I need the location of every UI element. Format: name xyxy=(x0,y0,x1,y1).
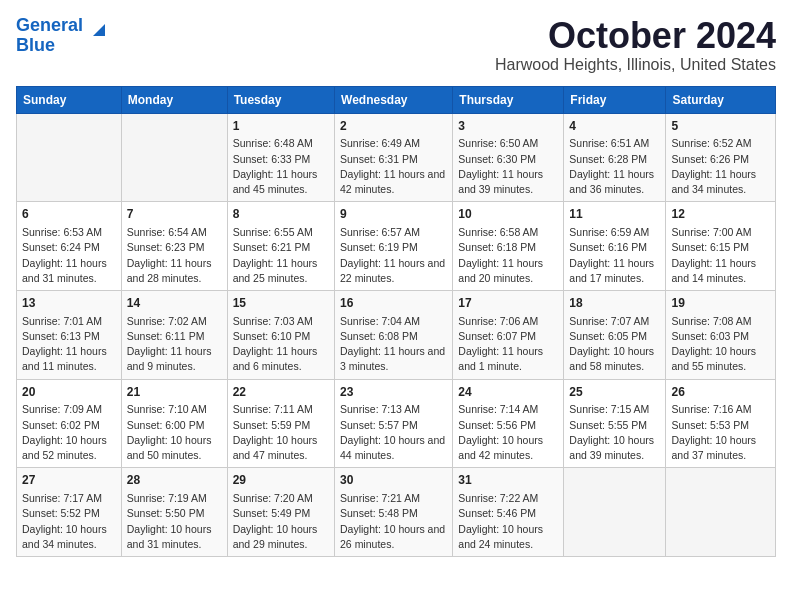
week-row-1: 1Sunrise: 6:48 AMSunset: 6:33 PMDaylight… xyxy=(17,113,776,202)
day-cell: 19Sunrise: 7:08 AMSunset: 6:03 PMDayligh… xyxy=(666,290,776,379)
col-header-saturday: Saturday xyxy=(666,86,776,113)
day-number: 18 xyxy=(569,295,660,312)
day-cell: 3Sunrise: 6:50 AMSunset: 6:30 PMDaylight… xyxy=(453,113,564,202)
col-header-sunday: Sunday xyxy=(17,86,122,113)
day-content: Sunrise: 6:59 AMSunset: 6:16 PMDaylight:… xyxy=(569,225,660,286)
week-row-2: 6Sunrise: 6:53 AMSunset: 6:24 PMDaylight… xyxy=(17,202,776,291)
day-number: 9 xyxy=(340,206,447,223)
day-content: Sunrise: 7:06 AMSunset: 6:07 PMDaylight:… xyxy=(458,314,558,375)
day-number: 5 xyxy=(671,118,770,135)
logo: General Blue xyxy=(16,16,109,56)
week-row-4: 20Sunrise: 7:09 AMSunset: 6:02 PMDayligh… xyxy=(17,379,776,468)
day-cell: 16Sunrise: 7:04 AMSunset: 6:08 PMDayligh… xyxy=(335,290,453,379)
day-cell: 30Sunrise: 7:21 AMSunset: 5:48 PMDayligh… xyxy=(335,468,453,557)
day-number: 10 xyxy=(458,206,558,223)
day-content: Sunrise: 7:10 AMSunset: 6:00 PMDaylight:… xyxy=(127,402,222,463)
day-number: 11 xyxy=(569,206,660,223)
day-cell: 7Sunrise: 6:54 AMSunset: 6:23 PMDaylight… xyxy=(121,202,227,291)
day-content: Sunrise: 7:22 AMSunset: 5:46 PMDaylight:… xyxy=(458,491,558,552)
day-number: 29 xyxy=(233,472,329,489)
day-number: 2 xyxy=(340,118,447,135)
day-number: 21 xyxy=(127,384,222,401)
day-cell: 28Sunrise: 7:19 AMSunset: 5:50 PMDayligh… xyxy=(121,468,227,557)
day-cell: 15Sunrise: 7:03 AMSunset: 6:10 PMDayligh… xyxy=(227,290,334,379)
day-content: Sunrise: 7:11 AMSunset: 5:59 PMDaylight:… xyxy=(233,402,329,463)
day-number: 4 xyxy=(569,118,660,135)
day-cell: 23Sunrise: 7:13 AMSunset: 5:57 PMDayligh… xyxy=(335,379,453,468)
day-content: Sunrise: 6:57 AMSunset: 6:19 PMDaylight:… xyxy=(340,225,447,286)
day-content: Sunrise: 7:08 AMSunset: 6:03 PMDaylight:… xyxy=(671,314,770,375)
logo-icon xyxy=(87,18,109,40)
svg-marker-0 xyxy=(93,24,105,36)
calendar-title: October 2024 xyxy=(495,16,776,56)
day-cell: 26Sunrise: 7:16 AMSunset: 5:53 PMDayligh… xyxy=(666,379,776,468)
day-number: 28 xyxy=(127,472,222,489)
logo-blue: Blue xyxy=(16,35,55,55)
day-content: Sunrise: 7:19 AMSunset: 5:50 PMDaylight:… xyxy=(127,491,222,552)
day-content: Sunrise: 7:13 AMSunset: 5:57 PMDaylight:… xyxy=(340,402,447,463)
day-content: Sunrise: 7:21 AMSunset: 5:48 PMDaylight:… xyxy=(340,491,447,552)
day-content: Sunrise: 7:01 AMSunset: 6:13 PMDaylight:… xyxy=(22,314,116,375)
header-row: SundayMondayTuesdayWednesdayThursdayFrid… xyxy=(17,86,776,113)
day-number: 15 xyxy=(233,295,329,312)
day-cell: 27Sunrise: 7:17 AMSunset: 5:52 PMDayligh… xyxy=(17,468,122,557)
day-number: 8 xyxy=(233,206,329,223)
day-content: Sunrise: 6:48 AMSunset: 6:33 PMDaylight:… xyxy=(233,136,329,197)
col-header-monday: Monday xyxy=(121,86,227,113)
logo-general: General xyxy=(16,15,83,35)
day-content: Sunrise: 6:52 AMSunset: 6:26 PMDaylight:… xyxy=(671,136,770,197)
day-cell: 11Sunrise: 6:59 AMSunset: 6:16 PMDayligh… xyxy=(564,202,666,291)
day-cell: 13Sunrise: 7:01 AMSunset: 6:13 PMDayligh… xyxy=(17,290,122,379)
day-cell: 21Sunrise: 7:10 AMSunset: 6:00 PMDayligh… xyxy=(121,379,227,468)
day-content: Sunrise: 7:16 AMSunset: 5:53 PMDaylight:… xyxy=(671,402,770,463)
day-cell: 17Sunrise: 7:06 AMSunset: 6:07 PMDayligh… xyxy=(453,290,564,379)
day-number: 3 xyxy=(458,118,558,135)
day-number: 16 xyxy=(340,295,447,312)
day-cell: 2Sunrise: 6:49 AMSunset: 6:31 PMDaylight… xyxy=(335,113,453,202)
day-content: Sunrise: 7:00 AMSunset: 6:15 PMDaylight:… xyxy=(671,225,770,286)
logo-text: General Blue xyxy=(16,16,83,56)
day-cell: 22Sunrise: 7:11 AMSunset: 5:59 PMDayligh… xyxy=(227,379,334,468)
day-number: 22 xyxy=(233,384,329,401)
day-content: Sunrise: 7:09 AMSunset: 6:02 PMDaylight:… xyxy=(22,402,116,463)
day-content: Sunrise: 7:15 AMSunset: 5:55 PMDaylight:… xyxy=(569,402,660,463)
day-number: 6 xyxy=(22,206,116,223)
day-number: 13 xyxy=(22,295,116,312)
col-header-friday: Friday xyxy=(564,86,666,113)
day-content: Sunrise: 6:50 AMSunset: 6:30 PMDaylight:… xyxy=(458,136,558,197)
day-cell: 10Sunrise: 6:58 AMSunset: 6:18 PMDayligh… xyxy=(453,202,564,291)
day-content: Sunrise: 7:04 AMSunset: 6:08 PMDaylight:… xyxy=(340,314,447,375)
day-cell: 18Sunrise: 7:07 AMSunset: 6:05 PMDayligh… xyxy=(564,290,666,379)
col-header-wednesday: Wednesday xyxy=(335,86,453,113)
day-content: Sunrise: 6:54 AMSunset: 6:23 PMDaylight:… xyxy=(127,225,222,286)
day-number: 12 xyxy=(671,206,770,223)
day-cell: 5Sunrise: 6:52 AMSunset: 6:26 PMDaylight… xyxy=(666,113,776,202)
day-cell: 29Sunrise: 7:20 AMSunset: 5:49 PMDayligh… xyxy=(227,468,334,557)
day-cell: 12Sunrise: 7:00 AMSunset: 6:15 PMDayligh… xyxy=(666,202,776,291)
day-content: Sunrise: 7:17 AMSunset: 5:52 PMDaylight:… xyxy=(22,491,116,552)
day-number: 7 xyxy=(127,206,222,223)
day-cell: 20Sunrise: 7:09 AMSunset: 6:02 PMDayligh… xyxy=(17,379,122,468)
col-header-tuesday: Tuesday xyxy=(227,86,334,113)
day-content: Sunrise: 6:49 AMSunset: 6:31 PMDaylight:… xyxy=(340,136,447,197)
day-number: 20 xyxy=(22,384,116,401)
day-cell: 14Sunrise: 7:02 AMSunset: 6:11 PMDayligh… xyxy=(121,290,227,379)
day-content: Sunrise: 7:07 AMSunset: 6:05 PMDaylight:… xyxy=(569,314,660,375)
day-content: Sunrise: 6:51 AMSunset: 6:28 PMDaylight:… xyxy=(569,136,660,197)
day-content: Sunrise: 6:55 AMSunset: 6:21 PMDaylight:… xyxy=(233,225,329,286)
day-cell: 4Sunrise: 6:51 AMSunset: 6:28 PMDaylight… xyxy=(564,113,666,202)
day-cell: 31Sunrise: 7:22 AMSunset: 5:46 PMDayligh… xyxy=(453,468,564,557)
day-cell xyxy=(564,468,666,557)
day-number: 31 xyxy=(458,472,558,489)
day-content: Sunrise: 7:14 AMSunset: 5:56 PMDaylight:… xyxy=(458,402,558,463)
day-cell: 8Sunrise: 6:55 AMSunset: 6:21 PMDaylight… xyxy=(227,202,334,291)
day-cell xyxy=(666,468,776,557)
day-content: Sunrise: 7:02 AMSunset: 6:11 PMDaylight:… xyxy=(127,314,222,375)
day-number: 24 xyxy=(458,384,558,401)
calendar-header: SundayMondayTuesdayWednesdayThursdayFrid… xyxy=(17,86,776,113)
title-block: October 2024 Harwood Heights, Illinois, … xyxy=(495,16,776,74)
week-row-3: 13Sunrise: 7:01 AMSunset: 6:13 PMDayligh… xyxy=(17,290,776,379)
day-cell xyxy=(121,113,227,202)
day-number: 14 xyxy=(127,295,222,312)
day-cell: 25Sunrise: 7:15 AMSunset: 5:55 PMDayligh… xyxy=(564,379,666,468)
